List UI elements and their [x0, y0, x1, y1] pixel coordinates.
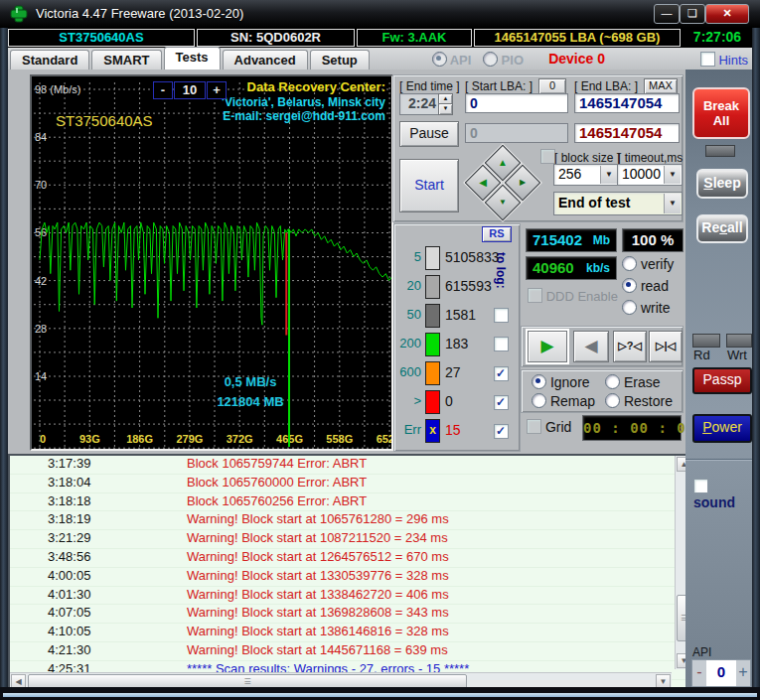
- api-radio[interactable]: [432, 52, 447, 67]
- log-row[interactable]: 3:18:04Block 1065760000 Error: ABRT: [10, 475, 691, 493]
- timer-display: 00 : 00 : 00: [582, 415, 682, 441]
- power-button[interactable]: Power: [692, 414, 752, 443]
- log-row[interactable]: 3:18:18Block 1065760256 Error: ABRT: [10, 493, 691, 512]
- bin-label: Err: [397, 422, 421, 437]
- bin-label: 200: [397, 336, 421, 350]
- block-size-select[interactable]: 256 ▼: [553, 164, 619, 186]
- ignore-radio[interactable]: [532, 374, 546, 389]
- end-time-down-button[interactable]: ▼: [438, 103, 453, 115]
- verify-radio[interactable]: [622, 256, 637, 271]
- remap-radio[interactable]: [532, 393, 546, 408]
- rs-button[interactable]: RS: [482, 226, 512, 242]
- log-timestamp: 3:48:56: [48, 549, 105, 564]
- recall-button[interactable]: Recall: [696, 214, 748, 243]
- speed-unit: kb/s: [586, 261, 610, 275]
- chevron-down-icon[interactable]: ▼: [600, 166, 617, 184]
- drive-capacity[interactable]: 1465147055 LBA (~698 GB): [474, 29, 681, 47]
- pause-button[interactable]: Pause: [399, 121, 459, 147]
- action-option-ignore[interactable]: Ignore: [532, 374, 590, 390]
- drive-serial[interactable]: SN: 5QD0602R: [197, 29, 355, 47]
- tab-tests[interactable]: Tests: [164, 47, 221, 70]
- bin-log-checkbox[interactable]: [494, 424, 509, 439]
- scale-minus-button[interactable]: -: [153, 81, 173, 99]
- log-message: Block 1065760000 Error: ABRT: [187, 475, 367, 490]
- log-row[interactable]: 4:10:05Warning! Block start at 138614681…: [10, 624, 691, 642]
- bin-log-checkbox[interactable]: [494, 395, 509, 410]
- sleep-button[interactable]: Sleep: [696, 169, 748, 199]
- grid-checkbox[interactable]: [527, 419, 541, 434]
- start-button[interactable]: Start: [399, 159, 459, 212]
- chevron-down-icon[interactable]: ▼: [664, 166, 681, 184]
- log-row[interactable]: 4:21:30Warning! Block start at 144567116…: [10, 642, 691, 661]
- window-frame-right: [752, 28, 760, 700]
- chevron-down-icon[interactable]: ▼: [664, 194, 681, 213]
- bin-color-swatch: [425, 333, 440, 356]
- log-row[interactable]: 4:01:30Warning! Block start at 133846272…: [10, 587, 691, 606]
- back-button[interactable]: ◀: [573, 331, 609, 362]
- tab-smart[interactable]: SMART: [91, 50, 161, 70]
- log-row[interactable]: 4:07:05Warning! Block start at 136982860…: [10, 605, 691, 624]
- tab-standard[interactable]: Standard: [10, 50, 89, 70]
- mode-option-write[interactable]: write: [622, 300, 670, 316]
- bin-log-checkbox[interactable]: [494, 308, 509, 323]
- jog-checkbox[interactable]: [540, 149, 555, 164]
- mode-option-verify[interactable]: verify: [622, 256, 674, 272]
- bin-count: 5105833: [445, 249, 500, 265]
- break-all-button[interactable]: Break All: [692, 87, 750, 139]
- hints-checkbox[interactable]: [700, 52, 715, 67]
- scale-plus-button[interactable]: +: [207, 81, 227, 99]
- sound-checkbox[interactable]: [693, 479, 708, 493]
- log-row[interactable]: 3:18:19Warning! Block start at 106576128…: [10, 511, 691, 530]
- log-timestamp: 3:17:39: [48, 456, 105, 471]
- log-row[interactable]: 3:48:56Warning! Block start at 126457651…: [10, 549, 691, 568]
- log-panel[interactable]: 3:17:39Block 1065759744 Error: ABRT3:18:…: [8, 454, 693, 691]
- bin-row-600: 60027: [397, 361, 515, 385]
- log-message: Warning! Block start at 1264576512 = 670…: [187, 549, 449, 564]
- latency-bins-panel: RS to log: 55105833206155935015812001836…: [393, 223, 521, 452]
- minimize-button[interactable]: —: [654, 4, 680, 24]
- bin-log-checkbox[interactable]: [494, 366, 509, 381]
- end-lba-input[interactable]: 1465147054: [574, 93, 680, 113]
- drive-firmware[interactable]: Fw: 3.AAK: [357, 29, 472, 47]
- defect-action-panel: Ignore Erase Remap Restore: [521, 369, 684, 413]
- log-row[interactable]: 3:21:29Warning! Block start at 108721152…: [10, 530, 691, 549]
- banner-line1: Data Recovery Center:: [247, 79, 385, 94]
- api-plus-button[interactable]: +: [736, 660, 750, 686]
- api-minus-button[interactable]: -: [692, 660, 706, 686]
- passp-button[interactable]: Passp: [692, 367, 752, 394]
- action-option-remap[interactable]: Remap: [532, 393, 595, 409]
- write-radio[interactable]: [622, 300, 637, 315]
- tab-setup[interactable]: Setup: [310, 50, 370, 70]
- test-control-panel: [ End time ] 2:24 ▲ ▼ [ Start LBA: ] 0 0…: [392, 74, 684, 222]
- drive-model[interactable]: ST3750640AS: [8, 29, 195, 47]
- title-bar[interactable]: Victoria 4.47 Freeware (2013-02-20) — ❏ …: [0, 0, 760, 28]
- block-size-label: [ block size ]: [554, 151, 620, 165]
- start-lba-input[interactable]: 0: [465, 93, 568, 113]
- step-button[interactable]: ▷|◁: [649, 331, 683, 362]
- play-button[interactable]: ▶: [528, 331, 567, 362]
- start-lba-zero-button[interactable]: 0: [538, 78, 566, 94]
- svg-text:70: 70: [35, 179, 47, 191]
- bin-log-checkbox[interactable]: [494, 337, 509, 351]
- erase-radio[interactable]: [605, 374, 620, 389]
- timeout-select[interactable]: 10000 ▼: [617, 164, 683, 186]
- read-radio[interactable]: [622, 278, 637, 293]
- end-action-select[interactable]: End of test ▼: [553, 192, 683, 215]
- tab-advanced[interactable]: Advanced: [223, 50, 308, 70]
- ddd-enable-row: DDD Enable: [528, 288, 618, 304]
- end-lba-max-button[interactable]: MAX: [644, 78, 678, 94]
- log-row[interactable]: 3:17:39Block 1065759744 Error: ABRT: [10, 456, 691, 475]
- log-row[interactable]: 4:00:05Warning! Block start at 133053977…: [10, 568, 691, 587]
- percent-display: 100 %: [622, 228, 684, 252]
- restore-radio[interactable]: [605, 393, 620, 408]
- close-button[interactable]: ✕: [705, 4, 749, 24]
- action-option-restore[interactable]: Restore: [605, 393, 673, 409]
- log-message: Warning! Block start at 1065761280 = 296…: [187, 511, 449, 526]
- skip-question-button[interactable]: ▷?◁: [613, 331, 647, 362]
- speed-chart-svg: 98 (Mb/s)847056422814093G186G279G372G465…: [32, 76, 391, 449]
- action-option-erase[interactable]: Erase: [605, 374, 660, 390]
- mode-option-read[interactable]: read: [622, 278, 669, 294]
- maximize-button[interactable]: ❏: [680, 4, 705, 24]
- pio-radio[interactable]: [483, 52, 498, 67]
- sound-label: sound: [693, 494, 735, 510]
